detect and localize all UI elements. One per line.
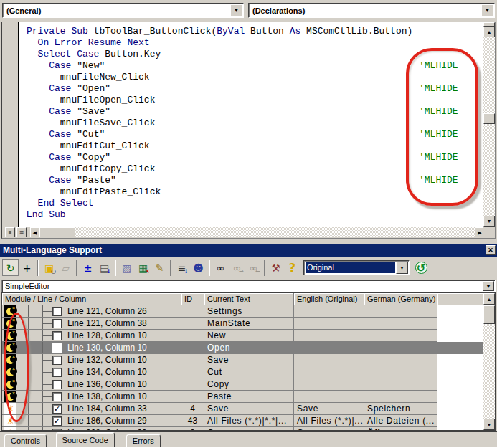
location-cell[interactable]: ☀✓Line 186, Column 29: [2, 415, 181, 427]
current-text-cell: MainState: [204, 318, 294, 330]
table-row[interactable]: ×Line 128, Column 10New: [2, 330, 483, 342]
refresh-icon[interactable]: ↻: [2, 259, 19, 276]
sort-id-icon[interactable]: ▤↓: [96, 259, 113, 276]
column-header[interactable]: ID: [181, 293, 204, 305]
location-cell[interactable]: ☀✓Line 202, Column 33: [2, 427, 181, 430]
tab-controls[interactable]: Controls: [4, 434, 47, 447]
procedure-combo[interactable]: (Declarations) ▼: [248, 3, 495, 18]
scroll-thumb[interactable]: [39, 227, 75, 237]
language-combo[interactable]: Original▼: [303, 260, 410, 275]
code-line: Case "New"'MLHIDE: [19, 60, 485, 72]
location-cell[interactable]: ×Line 134, Column 10: [2, 366, 181, 378]
translate-checkbox[interactable]: [52, 331, 62, 340]
translate-checkbox[interactable]: [52, 343, 62, 353]
code-vertical-scrollbar[interactable]: ▲ ▼: [483, 22, 495, 227]
table-row[interactable]: ×Line 132, Column 10Save: [2, 354, 483, 366]
panel-title: Multi-Language Support: [3, 245, 102, 255]
scroll-down-icon[interactable]: ▼: [483, 216, 495, 227]
row-filler: [437, 391, 483, 403]
mlhide-comment: 'MLHIDE: [419, 129, 458, 140]
table-row[interactable]: ×Line 121, Column 38MainState: [2, 318, 483, 330]
column-header[interactable]: Current Text: [204, 293, 294, 305]
find-next-icon: ∞→: [229, 259, 245, 276]
id-cell: [181, 305, 204, 318]
hidden-string-moon-icon: ×: [4, 305, 16, 318]
translate-checkbox[interactable]: [52, 392, 62, 401]
vb6-ide-screen: (General) ▼ (Declarations) ▼ Private Sub…: [0, 0, 497, 448]
sort-lines-icon[interactable]: ≡↓: [174, 259, 190, 276]
table-row[interactable]: ×Line 130, Column 10Open: [2, 342, 483, 354]
find-in-database-icon[interactable]: ▣○: [41, 259, 57, 276]
location-cell[interactable]: ×Line 136, Column 10: [2, 378, 181, 391]
help-icon[interactable]: ?: [284, 259, 300, 276]
open-folder-icon: ▱: [57, 259, 74, 276]
german-text-cell: [364, 305, 437, 318]
chevron-down-icon[interactable]: ▼: [396, 262, 408, 274]
column-header[interactable]: German (Germany): [364, 293, 437, 305]
add-remove-icon[interactable]: ±: [80, 259, 96, 276]
find-icon[interactable]: ∞: [212, 259, 229, 276]
toolbar-separator: [37, 260, 39, 276]
chevron-down-icon[interactable]: ▼: [483, 281, 494, 291]
translate-checkbox[interactable]: [52, 380, 62, 389]
translate-checkbox[interactable]: [52, 319, 62, 328]
location-cell[interactable]: ☀✓Line 184, Column 33: [2, 403, 181, 415]
scroll-thumb[interactable]: [483, 305, 495, 324]
translate-checkbox[interactable]: ✓: [52, 429, 62, 430]
location-cell[interactable]: ×Line 138, Column 10: [2, 391, 181, 403]
table-row[interactable]: ×Line 121, Column 26Settings: [2, 305, 483, 318]
current-text-cell: Paste: [204, 391, 294, 403]
scroll-track[interactable]: [483, 37, 495, 216]
table-row[interactable]: ×Line 138, Column 10Paste: [2, 391, 483, 403]
chevron-down-icon[interactable]: ▼: [481, 4, 493, 16]
scroll-down-icon[interactable]: ▼: [483, 419, 495, 430]
tab-errors[interactable]: Errors: [126, 434, 161, 447]
table-vertical-scrollbar[interactable]: ▲ ▼: [483, 293, 495, 430]
export-grid-icon[interactable]: ▦✕: [135, 259, 151, 276]
column-header[interactable]: English (Original): [294, 293, 364, 305]
active-string-sun-icon: ☀: [4, 427, 16, 430]
location-cell[interactable]: ×Line 128, Column 10: [2, 330, 181, 342]
scroll-up-icon[interactable]: ▲: [483, 27, 495, 37]
chevron-down-icon[interactable]: ▼: [230, 4, 242, 16]
table-row[interactable]: ☀✓Line 184, Column 334SaveSaveSpeichern: [2, 403, 483, 415]
code-line: Case "Copy"'MLHIDE: [19, 152, 485, 163]
module-combo[interactable]: SimpleEditor ▼: [1, 280, 496, 292]
translate-checkbox[interactable]: [52, 356, 62, 365]
language-mask-icon[interactable]: ☻: [190, 259, 207, 276]
tools-icon[interactable]: ⚒: [268, 259, 284, 276]
table-row[interactable]: ×Line 136, Column 10Copy: [2, 378, 483, 391]
code-horizontal-scrollbar[interactable]: ≡ ≣ ◀ ▶: [2, 227, 485, 238]
translate-checkbox[interactable]: [52, 307, 62, 316]
code-text-area[interactable]: Private Sub tbToolBar_ButtonClick(ByVal …: [19, 22, 485, 227]
scroll-track[interactable]: [75, 227, 475, 237]
scroll-left-icon[interactable]: ◀: [30, 227, 39, 237]
sync-language-icon[interactable]: ↺: [413, 260, 429, 276]
add-item-icon[interactable]: +: [19, 259, 35, 276]
english-text-cell: [294, 305, 364, 318]
table-row[interactable]: ☀✓Line 202, Column 333OpenOpenÖffnen: [2, 427, 483, 430]
location-cell[interactable]: ×Line 121, Column 38: [2, 318, 181, 330]
hidden-string-moon-icon: ×: [4, 378, 16, 391]
procedure-view-icon[interactable]: ≡: [5, 227, 15, 237]
location-cell[interactable]: ×Line 130, Column 10: [2, 342, 181, 354]
scroll-up-icon[interactable]: ▲: [483, 293, 495, 305]
location-cell[interactable]: ×Line 132, Column 10: [2, 354, 181, 366]
translate-checkbox[interactable]: ✓: [52, 416, 62, 426]
properties-icon[interactable]: ▨: [118, 259, 135, 276]
location-cell[interactable]: ×Line 121, Column 26: [2, 305, 181, 318]
table-row[interactable]: ☀✓Line 186, Column 2943All Files (*.*)|*…: [2, 415, 483, 427]
object-combo[interactable]: (General) ▼: [2, 3, 244, 18]
panel-toolbar: ↻+▣○▱±▤↓▨▦✕✎≡↓☻∞∞→∞←⚒?Original▼↺: [0, 257, 497, 278]
table-row[interactable]: ×Line 134, Column 10Cut: [2, 366, 483, 378]
code-editor-window: Private Sub tbToolBar_ButtonClick(ByVal …: [1, 22, 496, 239]
close-icon[interactable]: ✕: [486, 245, 496, 255]
location-label: Line 134, Column 10: [67, 367, 147, 377]
translate-checkbox[interactable]: ✓: [52, 404, 62, 414]
translate-checkbox[interactable]: [52, 368, 62, 377]
tab-source-code[interactable]: Source Code: [56, 432, 115, 447]
full-module-view-icon[interactable]: ≣: [16, 227, 27, 237]
column-header[interactable]: Module / Line / Column: [2, 293, 181, 305]
scroll-thumb[interactable]: [483, 113, 495, 124]
edit-text-icon[interactable]: ✎: [151, 259, 168, 276]
